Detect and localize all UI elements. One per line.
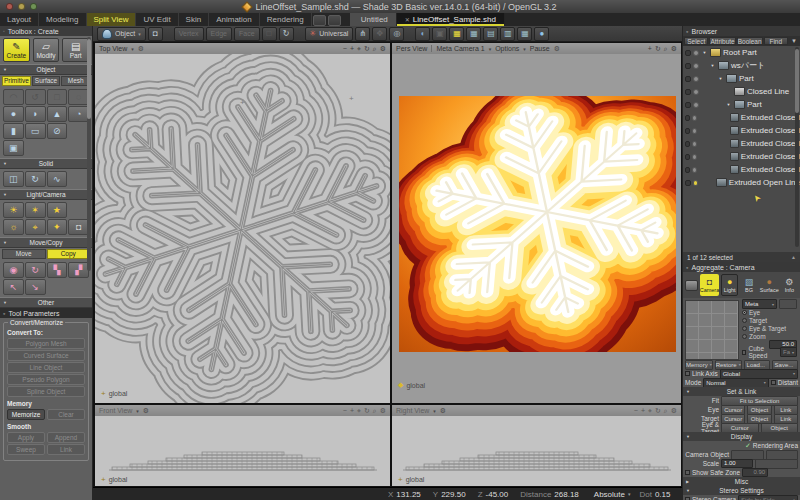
front-view-canvas[interactable]: + global — [95, 416, 390, 486]
scroll-up-icon[interactable]: ▲ — [791, 254, 796, 260]
primitive-tool-icon[interactable]: ▮ — [3, 123, 24, 139]
cube-speed-checkbox[interactable] — [742, 350, 746, 355]
joint-icon[interactable]: ✥ — [372, 27, 387, 41]
zoom-in-icon[interactable]: + — [350, 43, 354, 54]
object-name[interactable]: Extruded Closed — [741, 139, 800, 148]
view-layout-four-icon[interactable]: ▦ — [517, 27, 532, 41]
tree-row[interactable]: Extruded Closed — [683, 111, 800, 124]
aggregate-tab[interactable]: ◘ Camera — [700, 274, 719, 296]
orbit-icon[interactable]: ↻ — [364, 43, 370, 54]
primitive-tool-icon[interactable]: ▭ — [25, 123, 46, 139]
primitive-tool-icon[interactable]: ◗ — [25, 106, 46, 122]
primitive-tool-icon[interactable]: ◌ — [68, 89, 89, 105]
view-gear-icon[interactable]: ⚙ — [138, 45, 144, 53]
view-gear-icon[interactable]: ⚙ — [440, 407, 446, 415]
render-toggle[interactable] — [685, 128, 690, 134]
aggregate-header[interactable]: ◦ Aggregate : Camera — [683, 262, 800, 272]
panel-collapse-icon[interactable]: ◦ — [3, 310, 5, 317]
section-header-object[interactable]: ▼ Object — [0, 64, 92, 75]
toolbox-mode-button[interactable]: ✎ Create — [3, 38, 30, 62]
universal-manipulator-button[interactable]: ✳ Universal — [305, 27, 354, 41]
render-camera-button[interactable]: ◘ — [148, 27, 163, 41]
render-toggle[interactable] — [685, 50, 691, 56]
view-layout-pers-icon[interactable]: ▥ — [500, 27, 515, 41]
object-name[interactable]: Extruded Closed — [741, 126, 800, 135]
pan-icon[interactable]: ⌖ — [357, 43, 361, 54]
right-viewport[interactable]: Right View ▾ ⚙ −+⌖↻⌕⚙ + — [392, 405, 681, 486]
light-camera-tool-icon[interactable] — [68, 202, 89, 218]
render-toggle[interactable] — [685, 141, 690, 147]
object-name[interactable]: Closed Line — [747, 87, 789, 96]
browser-tab[interactable]: Select — [684, 37, 708, 45]
mode-dropdown[interactable]: Normal▾ — [703, 378, 769, 388]
magnify-icon[interactable]: ⌕ — [664, 43, 668, 54]
primitive-tool-icon[interactable]: ↺ — [25, 89, 46, 105]
preview-sphere-icon[interactable]: ● — [534, 27, 549, 41]
primitive-tool-icon[interactable]: ▲ — [47, 106, 68, 122]
filter-icon[interactable]: ▼ — [789, 37, 799, 45]
move-copy-tab[interactable]: Copy — [47, 249, 91, 259]
render-toggle[interactable] — [685, 89, 691, 95]
primitive-tool-icon[interactable]: ▣ — [3, 140, 24, 156]
disclosure-icon[interactable]: ▼ — [709, 63, 716, 68]
front-viewport[interactable]: Front View ▾ ⚙ −+⌖↻⌕⚙ — [95, 405, 390, 486]
camera-mode-radio[interactable] — [742, 318, 747, 323]
visibility-toggle[interactable] — [693, 180, 699, 186]
aggregate-tab[interactable]: ● Surface — [760, 274, 779, 296]
pan-icon[interactable]: ⌖ — [648, 405, 652, 416]
tree-row[interactable]: ▼ Root Part — [683, 46, 800, 59]
view-settings-icon[interactable]: ⚙ — [380, 405, 386, 416]
chevron-down-icon[interactable]: ▾ — [628, 491, 631, 497]
primitive-tool-icon[interactable]: ◔ — [68, 106, 89, 122]
panel-collapse-icon[interactable]: ◦ — [686, 28, 688, 35]
light-camera-tool-icon[interactable]: ★ — [47, 202, 68, 218]
toolbox-header[interactable]: ◦ Toolbox : Create — [0, 26, 92, 36]
solid-tool-icon[interactable]: ∿ — [47, 171, 68, 187]
object-name[interactable]: Part — [739, 74, 754, 83]
browser-header[interactable]: ◦ Browser — [683, 26, 800, 36]
visibility-toggle[interactable] — [693, 50, 699, 56]
view-title[interactable]: Pers View — [396, 45, 427, 52]
zoom-in-icon[interactable]: + — [648, 43, 652, 54]
section-header-other[interactable]: ▼ Other — [0, 297, 92, 308]
link-axis-checkbox[interactable] — [685, 371, 690, 376]
grid-snap-icon[interactable]: ▦ — [449, 27, 464, 41]
primitive-tool-icon[interactable]: ⊘ — [47, 123, 68, 139]
light-camera-tool-icon[interactable]: ⌖ — [25, 219, 46, 235]
visibility-toggle[interactable] — [692, 141, 697, 147]
zoom-in-icon[interactable]: + — [350, 405, 354, 416]
stereo-section-header[interactable]: ▼ Stereo Settings — [683, 486, 800, 495]
zoom-out-icon[interactable]: − — [343, 405, 347, 416]
tree-row[interactable]: Extruded Closed — [683, 124, 800, 137]
primitive-tool-icon[interactable]: □ — [47, 89, 68, 105]
toolbox-mode-button[interactable]: ▤ Part — [62, 38, 89, 62]
tree-row[interactable]: Extruded Open Line — [683, 176, 800, 189]
object-name[interactable]: Root Part — [723, 48, 757, 57]
rotate-tool-icon[interactable]: ↻ — [279, 27, 294, 41]
visibility-toggle[interactable] — [693, 63, 699, 69]
magnify-icon[interactable]: ⌕ — [373, 405, 377, 416]
meta-dropdown[interactable]: Meta▾ — [742, 299, 777, 309]
eye-target-object-button[interactable]: Object — [761, 423, 799, 433]
visibility-toggle[interactable] — [692, 128, 697, 134]
top-view-canvas[interactable]: + + + global — [95, 54, 390, 403]
check-icon[interactable]: ✓ — [745, 443, 751, 449]
aggregate-tab[interactable]: ⚙ Info — [781, 274, 798, 296]
workspace-tab[interactable]: Animation — [209, 13, 260, 26]
light-camera-tool-icon[interactable]: ◘ — [68, 219, 89, 235]
object-type-tab[interactable]: Primitive — [2, 76, 31, 86]
browser-tab[interactable]: Boolean — [737, 37, 763, 45]
camera-selector[interactable]: Meta Camera 1 — [436, 45, 484, 52]
object-name[interactable]: Extruded Closed — [741, 165, 800, 174]
object-name[interactable]: Extruded Closed — [741, 152, 800, 161]
orbit-icon[interactable]: ↻ — [364, 405, 370, 416]
close-tab-icon[interactable]: ✕ — [405, 16, 410, 23]
light-camera-tool-icon[interactable]: ☀ — [3, 202, 24, 218]
camera-memory-button[interactable]: Memory▾ — [685, 360, 713, 370]
selection-box-icon[interactable]: □ — [262, 27, 277, 41]
move-copy-tab[interactable]: Move — [2, 249, 46, 259]
top-viewport[interactable]: Top View ▾ ⚙ −+⌖↻⌕⚙ — [95, 43, 390, 403]
workspace-tab[interactable]: Split View — [87, 13, 137, 26]
tree-row[interactable]: ▼ Part — [683, 72, 800, 85]
move-copy-tool-icon[interactable]: ▚ — [47, 262, 68, 278]
